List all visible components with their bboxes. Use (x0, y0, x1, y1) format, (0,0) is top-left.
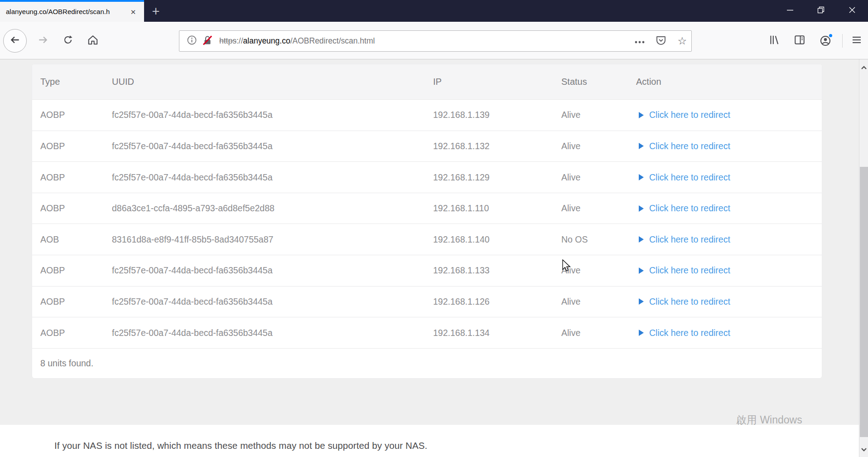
cell-action: Click here to redirect (628, 328, 822, 338)
redirect-triangle-icon (639, 205, 644, 212)
tab-title: alanyeung.co/AOBRedirect/scan.h (6, 2, 125, 22)
cell-action: Click here to redirect (628, 141, 822, 151)
library-button[interactable] (766, 33, 782, 49)
cell-type: AOBP (32, 110, 104, 120)
cell-ip: 192.168.1.134 (425, 328, 553, 338)
table-row: AOBP fc25f57e-00a7-44da-becd-fa6356b3445… (32, 286, 822, 317)
active-tab[interactable]: alanyeung.co/AOBRedirect/scan.h ✕ (0, 0, 144, 22)
redirect-triangle-icon (639, 298, 644, 305)
cell-status: Alive (553, 328, 628, 338)
toolbar-separator (842, 34, 843, 48)
url-path: /AOBRedirect/scan.html (290, 36, 375, 45)
units-found-text: 8 units found. (40, 358, 93, 369)
cell-type: AOBP (32, 297, 104, 307)
cell-ip: 192.168.1.110 (425, 203, 553, 214)
cell-uuid: fc25f57e-00a7-44da-becd-fa6356b3445a (104, 172, 425, 183)
cell-action: Click here to redirect (628, 110, 822, 120)
cell-ip: 192.168.1.140 (425, 234, 553, 245)
back-button[interactable] (3, 29, 27, 53)
tab-close-icon[interactable]: ✕ (128, 7, 139, 18)
cell-action: Click here to redirect (628, 203, 822, 214)
cell-type: AOBP (32, 328, 104, 338)
scroll-down-arrow-icon[interactable] (861, 446, 867, 454)
column-header-action: Action (628, 77, 822, 87)
scan-results-table: Type UUID IP Status Action AOBP fc25f57e… (32, 64, 822, 379)
table-row: AOBP fc25f57e-00a7-44da-becd-fa6356b3445… (32, 317, 822, 348)
cell-uuid: fc25f57e-00a7-44da-becd-fa6356b3445a (104, 297, 425, 307)
account-icon (820, 35, 831, 47)
redirect-triangle-icon (639, 236, 644, 243)
menu-button[interactable] (849, 33, 865, 49)
insecure-lock-icon[interactable] (202, 35, 213, 48)
forward-button[interactable] (35, 33, 51, 49)
window-minimize-button[interactable] (780, 0, 800, 22)
cell-ip: 192.168.1.139 (425, 110, 553, 120)
page-actions-icon[interactable] (635, 37, 645, 45)
back-icon (9, 34, 21, 48)
navigation-toolbar: https://alanyeung.co/AOBRedirect/scan.ht… (0, 22, 868, 59)
cell-ip: 192.168.1.132 (425, 141, 553, 151)
url-host: alanyeung.co (243, 36, 290, 45)
cell-type: AOBP (32, 203, 104, 214)
cell-status: No OS (553, 234, 628, 245)
url-bar[interactable]: https://alanyeung.co/AOBRedirect/scan.ht… (179, 30, 692, 52)
redirect-triangle-icon (639, 174, 644, 180)
redirect-link[interactable]: Click here to redirect (649, 297, 730, 307)
cell-ip: 192.168.1.129 (425, 172, 553, 183)
page-content: Type UUID IP Status Action AOBP fc25f57e… (0, 59, 868, 457)
cell-status: Alive (553, 297, 628, 307)
sidebar-button[interactable] (791, 33, 808, 49)
window-close-button[interactable] (842, 0, 863, 22)
reload-button[interactable] (60, 33, 76, 49)
cell-uuid: fc25f57e-00a7-44da-becd-fa6356b3445a (104, 110, 425, 120)
hamburger-menu-icon (851, 34, 862, 47)
column-header-type: Type (32, 77, 104, 87)
cell-action: Click here to redirect (628, 265, 822, 276)
scroll-up-arrow-icon[interactable] (861, 63, 867, 72)
home-button[interactable] (85, 33, 101, 49)
cell-ip: 192.168.1.126 (425, 297, 553, 307)
cell-uuid: fc25f57e-00a7-44da-becd-fa6356b3445a (104, 141, 425, 151)
redirect-triangle-icon (639, 330, 644, 336)
cell-uuid: fc25f57e-00a7-44da-becd-fa6356b3445a (104, 328, 425, 338)
redirect-link[interactable]: Click here to redirect (649, 141, 730, 151)
pocket-icon[interactable] (656, 35, 666, 48)
scrollbar-thumb[interactable] (860, 167, 868, 437)
cell-type: AOBP (32, 172, 104, 183)
close-icon (849, 6, 856, 15)
cell-action: Click here to redirect (628, 297, 822, 307)
url-separator: :// (236, 36, 243, 45)
sidebar-icon (794, 34, 805, 48)
cell-status: Alive (553, 110, 628, 120)
cell-uuid: d86a3ce1-ccfa-4895-a793-a6d8ef5e2d88 (104, 203, 425, 214)
redirect-link[interactable]: Click here to redirect (649, 203, 730, 214)
redirect-link[interactable]: Click here to redirect (649, 328, 730, 338)
library-icon (768, 34, 780, 48)
redirect-triangle-icon (639, 143, 644, 149)
reload-icon (63, 34, 73, 47)
redirect-link[interactable]: Click here to redirect (649, 265, 730, 276)
account-button[interactable] (817, 33, 834, 49)
redirect-link[interactable]: Click here to redirect (649, 234, 730, 245)
new-tab-button[interactable]: + (148, 3, 164, 19)
site-info-icon[interactable] (187, 35, 197, 47)
table-row: AOBP fc25f57e-00a7-44da-becd-fa6356b3445… (32, 255, 822, 286)
cell-uuid: fc25f57e-00a7-44da-becd-fa6356b3445a (104, 265, 425, 276)
account-notification-dot (828, 33, 833, 38)
titlebar: alanyeung.co/AOBRedirect/scan.h ✕ + (0, 0, 868, 22)
cell-uuid: 83161d8a-e8f9-41ff-85b5-8ad340755a87 (104, 234, 425, 245)
window-restore-button[interactable] (810, 0, 831, 22)
column-header-ip: IP (425, 77, 553, 87)
vertical-scrollbar[interactable] (859, 59, 868, 457)
cell-status: Alive (553, 141, 628, 151)
redirect-link[interactable]: Click here to redirect (649, 110, 730, 120)
minimize-icon (786, 6, 794, 15)
cell-ip: 192.168.1.133 (425, 265, 553, 276)
column-header-status: Status (553, 77, 628, 87)
table-row: AOBP fc25f57e-00a7-44da-becd-fa6356b3445… (32, 161, 822, 193)
table-body: AOBP fc25f57e-00a7-44da-becd-fa6356b3445… (32, 99, 822, 348)
cell-type: AOBP (32, 141, 104, 151)
cell-action: Click here to redirect (628, 172, 822, 183)
bookmark-star-icon[interactable]: ☆ (677, 36, 687, 46)
redirect-link[interactable]: Click here to redirect (649, 172, 730, 183)
